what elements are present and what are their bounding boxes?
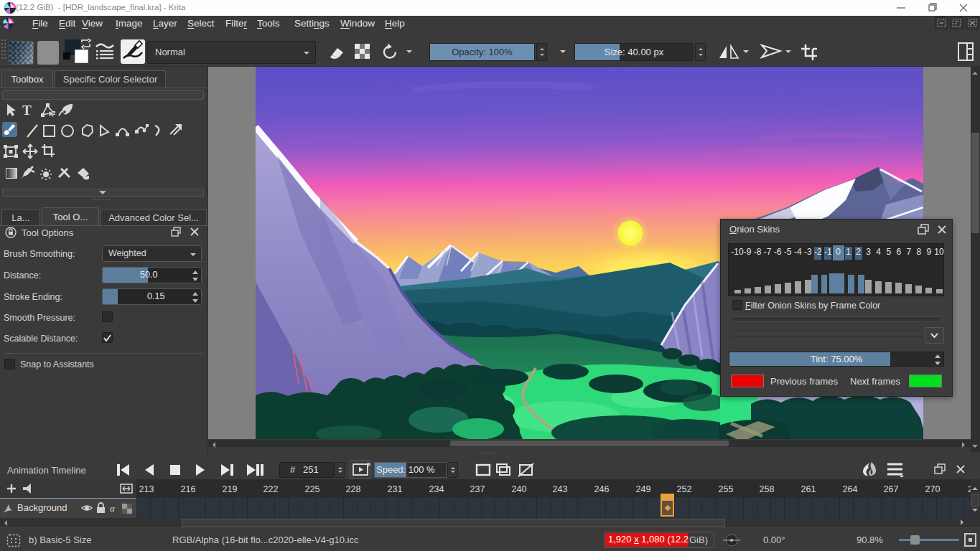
svg-text:T: T bbox=[22, 103, 32, 118]
svg-text:α: α bbox=[110, 503, 116, 514]
